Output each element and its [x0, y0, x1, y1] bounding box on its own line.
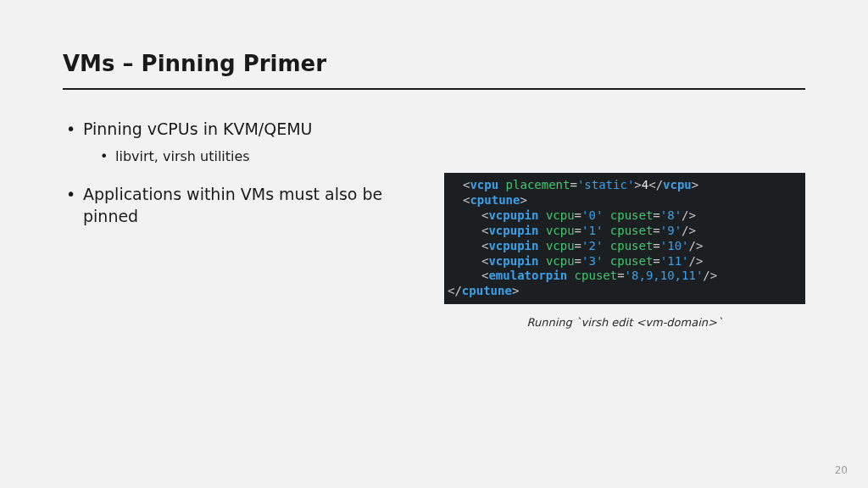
bullet-list: Pinning vCPUs in KVM/QEMU libvirt, virsh…	[63, 119, 419, 228]
tag: cputune	[470, 193, 520, 207]
bullet-item: Applications within VMs must also be pin…	[63, 184, 419, 227]
sub-bullet-text: libvirt, virsh utilities	[115, 148, 250, 164]
sub-list: libvirt, virsh utilities	[83, 147, 419, 166]
attr: cpuset	[610, 224, 654, 237]
attr: cpuset	[610, 208, 654, 222]
tag: vcpupin	[488, 208, 538, 222]
attr: vcpu	[546, 239, 575, 252]
tag: vcpupin	[488, 254, 538, 268]
val: '9'	[660, 224, 682, 237]
left-column: Pinning vCPUs in KVM/QEMU libvirt, virsh…	[63, 119, 419, 329]
val: '1'	[581, 224, 603, 237]
tag: vcpu	[663, 178, 692, 191]
sub-bullet-item: libvirt, virsh utilities	[83, 147, 419, 166]
slide: VMs – Pinning Primer Pinning vCPUs in KV…	[0, 0, 868, 329]
attr: placement	[506, 178, 570, 191]
tag: cputune	[462, 284, 512, 297]
attr: cpuset	[575, 269, 618, 282]
tag: emulatorpin	[488, 269, 567, 282]
vcpu-count: 4	[642, 178, 648, 191]
val: '2'	[581, 239, 603, 252]
slide-title: VMs – Pinning Primer	[63, 51, 805, 76]
columns: Pinning vCPUs in KVM/QEMU libvirt, virsh…	[63, 119, 805, 329]
val: '8'	[660, 208, 682, 222]
val: '0'	[581, 208, 603, 222]
val: '8,9,10,11'	[625, 269, 704, 282]
val: '10'	[660, 239, 689, 252]
attr: vcpu	[546, 208, 575, 222]
val: 'static'	[577, 178, 634, 191]
code-caption: Running `virsh edit <vm-domain>`	[444, 316, 805, 329]
attr: vcpu	[546, 224, 575, 237]
attr: cpuset	[610, 254, 654, 268]
code-block: <vcpu placement='static'>4</vcpu> <cputu…	[444, 173, 805, 304]
bullet-text: Applications within VMs must also be pin…	[83, 185, 382, 225]
attr: vcpu	[546, 254, 575, 268]
tag: vcpu	[470, 178, 498, 191]
title-rule	[63, 88, 805, 90]
bullet-text: Pinning vCPUs in KVM/QEMU	[83, 119, 313, 138]
bullet-item: Pinning vCPUs in KVM/QEMU libvirt, virsh…	[63, 119, 419, 165]
tag: vcpupin	[488, 239, 538, 252]
val: '3'	[581, 254, 603, 268]
tag: vcpupin	[488, 224, 538, 237]
val: '11'	[660, 254, 689, 268]
right-column: <vcpu placement='static'>4</vcpu> <cputu…	[444, 119, 805, 329]
attr: cpuset	[610, 239, 654, 252]
page-number: 20	[835, 464, 848, 476]
